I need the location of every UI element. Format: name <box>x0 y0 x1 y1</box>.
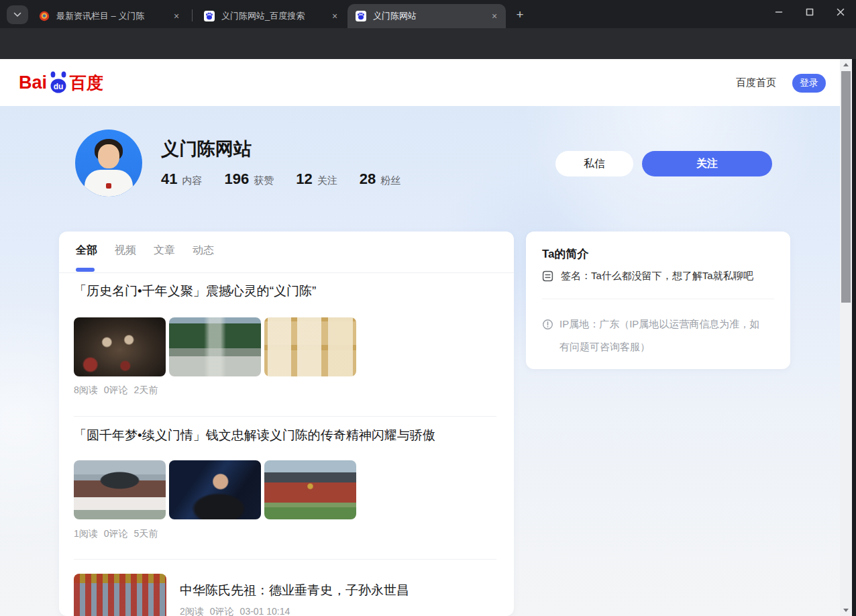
browser-tab-2[interactable]: 义门陈网站_百度搜索 × <box>196 4 346 28</box>
article-thumbnail[interactable] <box>264 460 356 519</box>
follow-button[interactable]: 关注 <box>642 151 772 176</box>
message-button[interactable]: 私信 <box>555 151 633 176</box>
stat-value: 196 <box>224 170 249 188</box>
tab-close-icon[interactable]: × <box>329 10 341 22</box>
baidu-header: Bai du 百度 百度首页 登录 <box>0 59 840 106</box>
note-icon <box>542 270 553 282</box>
feed-tab-articles[interactable]: 文章 <box>154 244 175 258</box>
about-card: Ta的简介 签名：Ta什么都没留下，想了解Ta就私聊吧 IP属地：广东（IP属地… <box>526 232 790 369</box>
chevron-down-icon <box>13 12 21 17</box>
tab-title: 义门陈网站_百度搜索 <box>221 10 329 22</box>
window-controls <box>763 0 856 24</box>
comment-count: 0评论 <box>210 606 234 616</box>
stat-value: 12 <box>296 170 312 188</box>
profile-name: 义门陈网站 <box>161 137 252 161</box>
feed-tab-updates[interactable]: 动态 <box>193 244 214 258</box>
page-scrollbar[interactable] <box>840 59 852 616</box>
window-edge <box>852 59 856 616</box>
read-count: 8阅读 <box>74 384 98 397</box>
logo-text-bai: Bai <box>19 69 47 96</box>
profile-stats: 41 内容 196 获赞 12 关注 28 粉丝 <box>161 170 400 188</box>
page-content: Bai du 百度 百度首页 登录 义门陈网站 41 内容 196 <box>0 59 840 616</box>
article-title[interactable]: 「历史名门•千年义聚」震撼心灵的“义门陈” <box>74 283 316 300</box>
stat-value: 41 <box>161 170 177 188</box>
article-title[interactable]: 中华陈氏先祖：德业垂青史，子孙永世昌 <box>180 582 409 599</box>
profile-avatar[interactable] <box>75 130 142 197</box>
active-tab-underline <box>76 268 95 272</box>
browser-tab-1[interactable]: 最新资讯栏目 – 义门陈 × <box>31 4 188 28</box>
article-thumbnail[interactable] <box>74 574 166 616</box>
publish-time: 2天前 <box>134 384 158 397</box>
ip-location-text: IP属地：广东（IP属地以运营商信息为准，如 有问题可咨询客服） <box>559 313 759 358</box>
scrollbar-thumb[interactable] <box>841 71 851 303</box>
article-meta: 8阅读 0评论 2天前 <box>74 384 158 397</box>
stat-label: 内容 <box>182 174 202 187</box>
article-thumbnail[interactable] <box>169 317 261 376</box>
baidu-paw-favicon <box>356 11 366 21</box>
svg-text:du: du <box>54 82 64 91</box>
stat-contents[interactable]: 41 内容 <box>161 170 202 188</box>
about-title: Ta的简介 <box>542 246 589 262</box>
feed-card: 全部 视频 文章 动态 「历史名门•千年义聚」震撼心灵的“义门陈” 8阅读 0评… <box>59 232 514 616</box>
avatar-art <box>98 144 119 168</box>
feed-tab-all[interactable]: 全部 <box>76 244 97 258</box>
read-count: 2阅读 <box>180 606 204 616</box>
ip-line-2: 有问题可咨询客服） <box>559 336 759 358</box>
baidu-paw-favicon <box>204 11 215 21</box>
publish-time: 03-01 10:14 <box>240 606 290 616</box>
ip-location-row: IP属地：广东（IP属地以运营商信息为准，如 有问题可咨询客服） <box>542 313 777 358</box>
baidu-paw-icon: du <box>48 69 69 96</box>
signature-text: 签名：Ta什么都没留下，想了解Ta就私聊吧 <box>561 269 753 283</box>
divider <box>74 416 496 417</box>
stat-likes[interactable]: 196 获赞 <box>224 170 274 188</box>
browser-tab-3-active[interactable]: 义门陈网站 × <box>347 4 506 28</box>
stat-following[interactable]: 12 关注 <box>296 170 337 188</box>
avatar-art <box>106 183 111 189</box>
tab-close-icon[interactable]: × <box>488 10 500 22</box>
publish-time: 5天前 <box>134 528 158 540</box>
divider <box>542 299 774 299</box>
article-thumbnails <box>74 317 356 376</box>
feed-tab-videos[interactable]: 视频 <box>115 244 136 258</box>
article-thumbnail[interactable] <box>264 317 356 376</box>
browser-toolbar: author.baidu.com/home?from=bjh_article&a… <box>0 28 856 59</box>
baidu-logo[interactable]: Bai du 百度 <box>19 69 103 96</box>
tab-separator <box>192 9 193 21</box>
new-tab-button[interactable]: + <box>511 6 529 23</box>
info-icon <box>542 319 553 330</box>
stat-followers[interactable]: 28 粉丝 <box>360 170 400 188</box>
tab-close-icon[interactable]: × <box>170 10 182 22</box>
login-button[interactable]: 登录 <box>792 74 826 93</box>
feed-tab-bar: 全部 视频 文章 动态 <box>76 244 214 258</box>
divider <box>59 272 514 273</box>
minimize-button[interactable] <box>763 0 794 24</box>
article-thumbnails <box>74 460 356 519</box>
article-thumbnail[interactable] <box>74 460 166 519</box>
close-button[interactable] <box>825 0 856 24</box>
stat-label: 粉丝 <box>380 174 400 187</box>
tab-title: 义门陈网站 <box>373 10 488 22</box>
stat-value: 28 <box>360 170 376 188</box>
article-meta: 1阅读 0评论 5天前 <box>74 528 158 540</box>
baidu-home-link[interactable]: 百度首页 <box>736 76 776 89</box>
stat-label: 获赞 <box>254 174 274 187</box>
scroll-up-arrow-icon[interactable] <box>843 63 849 66</box>
site-emblem-favicon <box>39 11 50 21</box>
signature-row: 签名：Ta什么都没留下，想了解Ta就私聊吧 <box>542 269 774 283</box>
stat-label: 关注 <box>317 174 337 187</box>
tab-search-button[interactable] <box>7 5 28 24</box>
article-thumbnail[interactable] <box>74 317 166 376</box>
article-title[interactable]: 「圆千年梦•续义门情」钱文忠解读义门陈的传奇精神闪耀与骄傲 <box>74 427 435 444</box>
browser-window: 最新资讯栏目 – 义门陈 × 义门陈网站_百度搜索 × 义门陈网站 × + <box>0 0 856 616</box>
article-thumbnail[interactable] <box>169 460 261 519</box>
scroll-down-arrow-icon[interactable] <box>843 609 849 612</box>
comment-count: 0评论 <box>104 384 128 397</box>
comment-count: 0评论 <box>104 528 128 540</box>
article-meta: 2阅读 0评论 03-01 10:14 <box>180 606 290 616</box>
browser-tab-strip: 最新资讯栏目 – 义门陈 × 义门陈网站_百度搜索 × 义门陈网站 × + <box>0 0 856 28</box>
read-count: 1阅读 <box>74 528 98 540</box>
divider <box>74 559 496 560</box>
logo-text-cn: 百度 <box>70 69 103 96</box>
maximize-button[interactable] <box>794 0 825 24</box>
tab-title: 最新资讯栏目 – 义门陈 <box>56 10 170 22</box>
